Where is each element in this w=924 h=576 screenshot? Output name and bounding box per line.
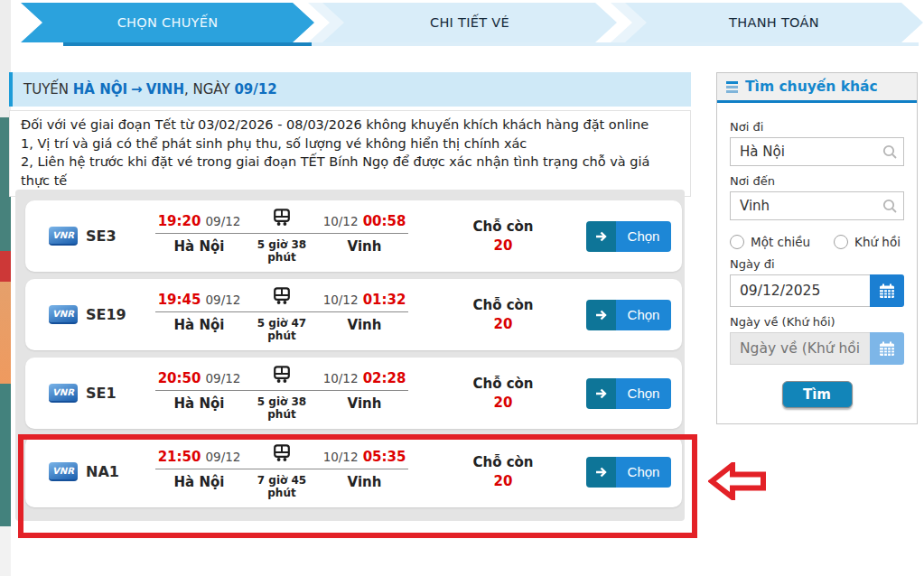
tab-thanh-toan[interactable]: THANH TOÁN: [625, 3, 923, 42]
destination-input[interactable]: [730, 191, 904, 220]
origin-station: Hà Nội: [155, 317, 243, 333]
round-trip-label: Khứ hồi: [854, 235, 901, 249]
select-button-label: Chọn: [616, 378, 671, 409]
one-way-radio[interactable]: Một chiều: [730, 235, 810, 249]
find-button[interactable]: Tìm: [782, 381, 853, 408]
arrival-date: 10/12: [323, 214, 359, 228]
departure-time: 19:45: [158, 292, 201, 308]
train-icon: [243, 209, 321, 229]
route-arrow-icon: →: [127, 81, 146, 98]
train-name: SE3: [86, 228, 117, 245]
train-identity: VNR SE3: [49, 227, 155, 246]
destination-station: Vinh: [321, 395, 408, 412]
seats-count: 20: [444, 315, 562, 334]
arrival-date: 10/12: [323, 450, 359, 464]
notice-line-3: 2, Liên hệ trước khi đặt vé trong giai đ…: [21, 153, 679, 190]
return-date-label: Ngày về (Khứ hồi): [730, 315, 904, 329]
destination-station: Vinh: [321, 238, 408, 255]
route-day-label: , NGÀY: [184, 81, 230, 98]
origin-station: Hà Nội: [155, 238, 243, 255]
train-identity: VNR SE19: [49, 305, 155, 324]
route-prefix: TUYẾN: [23, 81, 69, 98]
seats-remaining: Chỗ còn 20: [444, 218, 562, 255]
seats-remaining: Chỗ còn 20: [444, 296, 562, 334]
route-to: VINH: [146, 81, 184, 98]
seats-label: Chỗ còn: [444, 453, 562, 472]
calendar-icon: [879, 283, 895, 299]
departure-date: 09/12: [205, 450, 240, 464]
seats-count: 20: [444, 237, 562, 255]
origin-station: Hà Nội: [155, 474, 243, 490]
arrow-right-icon: [586, 300, 616, 330]
trip-duration: 5 giờ 38 phút: [243, 238, 321, 264]
radio-circle-icon: [834, 235, 848, 249]
origin-label: Nơi đi: [730, 120, 904, 134]
seats-label: Chỗ còn: [444, 375, 562, 394]
route-date: 09/12: [234, 81, 276, 98]
active-tab-underline: [63, 42, 312, 46]
train-name: SE19: [86, 306, 126, 323]
origin-input[interactable]: [730, 137, 904, 166]
departure-date: 09/12: [205, 214, 240, 228]
train-name: NA1: [86, 463, 119, 480]
depart-date-label: Ngày đi: [730, 257, 904, 271]
return-date-input[interactable]: [730, 332, 870, 365]
radio-circle-icon: [730, 235, 744, 249]
departure-date: 09/12: [205, 371, 240, 386]
destination-label: Nơi đến: [730, 174, 904, 188]
tab-chi-tiet-ve[interactable]: CHI TIẾT VÉ: [322, 3, 617, 42]
train-row-na1: VNR NA1 21:50 09/12 10/12 05:35 Hà Nội 7…: [25, 436, 682, 507]
departure-time: 21:50: [158, 449, 201, 465]
select-train-button[interactable]: Chọn: [586, 378, 671, 409]
search-panel: Tìm chuyến khác Nơi đi Nơi đến Một chiều…: [716, 72, 918, 424]
search-icon: [882, 144, 897, 163]
departure-date: 09/12: [205, 293, 240, 307]
round-trip-radio[interactable]: Khứ hồi: [834, 235, 901, 249]
select-train-button[interactable]: Chọn: [586, 457, 671, 488]
calendar-button[interactable]: [870, 274, 904, 307]
train-row-se1: VNR SE1 20:50 09/12 10/12 02:28 Hà Nội 5…: [25, 358, 682, 429]
vnr-logo-icon: VNR: [49, 227, 78, 246]
tab-underline: [312, 42, 919, 46]
one-way-label: Một chiều: [751, 235, 810, 249]
calendar-icon: [879, 341, 895, 357]
seats-remaining: Chỗ còn 20: [444, 453, 562, 491]
train-icon: [243, 366, 321, 386]
arrow-right-icon: [586, 221, 616, 252]
list-icon: [726, 81, 738, 93]
vnr-logo-icon: VNR: [49, 384, 78, 403]
arrow-right-icon: [586, 378, 616, 409]
arrival-time: 00:58: [363, 213, 406, 229]
train-name: SE1: [86, 385, 117, 402]
vnr-logo-icon: VNR: [49, 462, 78, 481]
select-button-label: Chọn: [616, 221, 671, 252]
search-panel-header: Tìm chuyến khác: [717, 73, 917, 103]
select-train-button[interactable]: Chọn: [586, 300, 671, 330]
seats-count: 20: [444, 472, 562, 491]
seats-label: Chỗ còn: [444, 296, 562, 315]
select-button-label: Chọn: [616, 300, 671, 330]
tab-chon-chuyen[interactable]: CHỌN CHUYẾN: [21, 3, 314, 42]
arrival-date: 10/12: [323, 371, 359, 386]
trip-duration: 5 giờ 38 phút: [243, 395, 321, 421]
select-train-button[interactable]: Chọn: [586, 221, 671, 252]
search-panel-title: Tìm chuyến khác: [745, 79, 878, 95]
vnr-logo-icon: VNR: [49, 305, 78, 324]
departure-time: 19:20: [158, 213, 201, 229]
calendar-button-disabled[interactable]: [870, 332, 904, 365]
departure-time: 20:50: [158, 370, 201, 386]
destination-station: Vinh: [321, 317, 408, 333]
train-icon: [243, 444, 321, 465]
depart-date-input[interactable]: [730, 274, 870, 307]
arrival-date: 10/12: [323, 293, 359, 307]
highlight-annotation-arrow-icon: [708, 462, 768, 500]
journey-info: 19:20 09/12 10/12 00:58 Hà Nội 5 giờ 38 …: [155, 209, 408, 264]
select-button-label: Chọn: [616, 457, 671, 488]
arrival-time: 05:35: [363, 449, 406, 465]
train-row-se3: VNR SE3 19:20 09/12 10/12 00:58 Hà Nội 5…: [25, 200, 682, 272]
trip-duration: 7 giờ 45 phút: [243, 474, 321, 499]
arrow-right-icon: [586, 457, 616, 488]
seats-count: 20: [444, 394, 562, 413]
search-icon: [882, 199, 897, 217]
seats-remaining: Chỗ còn 20: [444, 375, 562, 413]
